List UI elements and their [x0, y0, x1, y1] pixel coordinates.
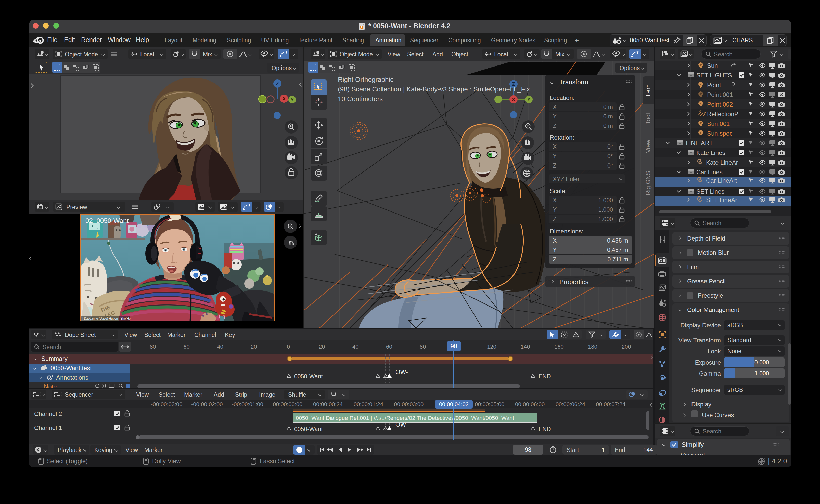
- svg-text:END: END: [539, 373, 551, 380]
- svg-text:Point: Point: [707, 82, 721, 88]
- svg-text:ReflectionP: ReflectionP: [707, 111, 738, 117]
- svg-text:SET LineAr: SET LineAr: [706, 196, 737, 203]
- svg-text:Car LineArt: Car LineArt: [706, 177, 737, 184]
- svg-text:Y: Y: [527, 97, 530, 102]
- svg-text:LINE ART: LINE ART: [686, 140, 713, 147]
- svg-text:X: X: [512, 97, 515, 102]
- svg-text:SET Lines: SET Lines: [696, 188, 724, 195]
- svg-text:X: X: [282, 96, 285, 101]
- svg-text:Sun.001: Sun.001: [707, 120, 730, 127]
- svg-text:Kate Lines: Kate Lines: [696, 149, 725, 156]
- svg-text:Car Lines: Car Lines: [696, 169, 723, 176]
- svg-text:OW-: OW-: [395, 423, 408, 428]
- svg-text:02_0050-Want: 02_0050-Want: [85, 217, 129, 224]
- svg-text:SET LIGHTS: SET LIGHTS: [696, 72, 732, 79]
- svg-text:| Dayeanne (Daye) Hutton | She: | Dayeanne (Daye) Hutton | She/Her: [82, 317, 132, 320]
- svg-text:Y: Y: [291, 97, 294, 102]
- svg-text:Sun.spec: Sun.spec: [707, 130, 733, 137]
- svg-text:OW-: OW-: [395, 368, 408, 375]
- svg-text:0050-Want: 0050-Want: [294, 373, 323, 380]
- svg-text:Point.001: Point.001: [707, 91, 733, 98]
- svg-text:END: END: [539, 426, 551, 432]
- svg-text:Sun: Sun: [707, 62, 718, 69]
- svg-text:Z: Z: [276, 81, 279, 86]
- svg-text:Point.002: Point.002: [707, 101, 733, 108]
- svg-text:Kate LineAr: Kate LineAr: [706, 159, 738, 166]
- svg-text:0050-Want: 0050-Want: [294, 426, 323, 432]
